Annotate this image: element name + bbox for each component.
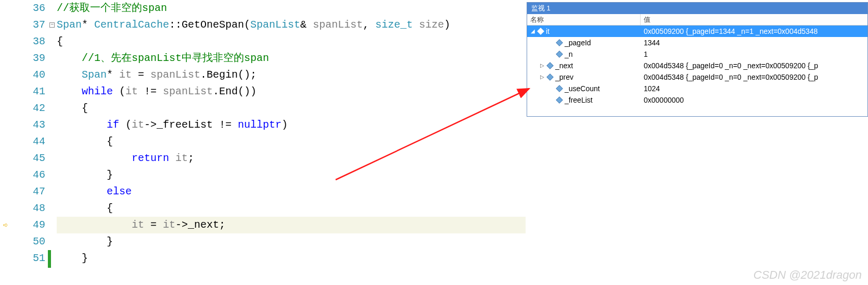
code-line[interactable]: Span* it = spanList.Begin(); <box>57 67 526 83</box>
variable-name: it <box>546 26 550 37</box>
line-number: 39 <box>0 50 45 67</box>
watch-row[interactable]: ▷_next0x004d5348 {_pageId=0 _n=0 _next=0… <box>527 60 867 71</box>
variable-icon <box>546 73 554 81</box>
watch-row-name: ▷_next <box>527 60 641 71</box>
code-line[interactable]: //1、先在spanList中寻找非空的span <box>57 50 526 67</box>
line-number: 42 <box>0 100 45 117</box>
variable-icon <box>556 39 563 46</box>
code-editor[interactable]: 36373839404142434445464748495051 − //获取一… <box>0 0 526 285</box>
variable-name: _next <box>555 60 573 71</box>
code-line[interactable]: while (it != spanList.End()) <box>57 83 526 100</box>
watch-panel[interactable]: 监视 1 名称 值 ◢it0x00509200 {_pageId=1344 _n… <box>527 2 868 117</box>
expand-icon[interactable]: ▷ <box>540 63 545 68</box>
line-number: 51 <box>0 250 45 267</box>
line-number: 44 <box>0 133 45 150</box>
expand-icon[interactable]: ◢ <box>530 29 535 34</box>
watch-header-row: 名称 值 <box>527 14 867 26</box>
watch-row[interactable]: ◢it0x00509200 {_pageId=1344 _n=1 _next=0… <box>527 26 867 37</box>
watch-row-value: 0x004d5348 {_pageId=0 _n=0 _next=0x00509… <box>641 71 867 83</box>
watch-row[interactable]: _useCount1024 <box>527 83 867 94</box>
watch-row[interactable]: _freeList0x00000000 <box>527 94 867 106</box>
watch-row-value: 1 <box>641 48 867 60</box>
code-line[interactable]: } <box>57 167 526 183</box>
watch-row-value: 1344 <box>641 37 867 48</box>
line-number: 37 <box>0 17 45 33</box>
variable-name: _pageId <box>565 37 591 48</box>
code-line[interactable]: { <box>57 200 526 217</box>
variable-name: _n <box>565 48 573 60</box>
code-line[interactable]: if (it->_freeList != nullptr) <box>57 117 526 133</box>
code-area[interactable]: //获取一个非空的spanSpan* CentralCache::GetOneS… <box>57 0 526 285</box>
watch-row-name: ▷_prev <box>527 71 641 83</box>
code-line[interactable]: return it; <box>57 150 526 167</box>
code-line[interactable]: } <box>57 233 526 250</box>
line-number: 41 <box>0 83 45 100</box>
code-line[interactable]: { <box>57 100 526 117</box>
variable-icon <box>537 28 544 35</box>
line-number: 48 <box>0 200 45 217</box>
code-line[interactable]: Span* CentralCache::GetOneSpan(SpanList&… <box>57 17 526 33</box>
watch-row-value: 0x004d5348 {_pageId=0 _n=0 _next=0x00509… <box>641 60 867 71</box>
expand-icon <box>549 40 554 45</box>
watch-row-name: _freeList <box>527 94 641 106</box>
line-number: 46 <box>0 167 45 183</box>
line-number-gutter: 36373839404142434445464748495051 <box>0 0 49 285</box>
watch-row-value: 1024 <box>641 83 867 94</box>
variable-icon <box>556 51 563 58</box>
watch-row-name: ◢it <box>527 26 641 37</box>
code-line[interactable]: else <box>57 183 526 200</box>
watch-row-name: _n <box>527 48 641 60</box>
line-number: 43 <box>0 117 45 133</box>
watch-panel-title: 监视 1 <box>527 3 867 14</box>
code-line[interactable]: } <box>57 250 526 267</box>
watch-row[interactable]: ▷_prev0x004d5348 {_pageId=0 _n=0 _next=0… <box>527 71 867 83</box>
line-number: 36 <box>0 0 45 17</box>
modified-indicator <box>48 250 51 268</box>
collapse-margin: − <box>49 0 57 285</box>
variable-icon <box>556 85 563 92</box>
code-line[interactable]: { <box>57 33 526 50</box>
line-number: 50 <box>0 233 45 250</box>
watermark: CSDN @2021dragon <box>754 268 862 282</box>
collapse-toggle-icon[interactable]: − <box>49 22 55 28</box>
expand-icon <box>549 86 554 91</box>
watch-header-name[interactable]: 名称 <box>527 14 641 25</box>
code-line[interactable]: { <box>57 133 526 150</box>
code-line[interactable]: //获取一个非空的span <box>57 0 526 17</box>
expand-icon[interactable]: ▷ <box>540 75 545 80</box>
watch-row-name: _pageId <box>527 37 641 48</box>
variable-name: _freeList <box>565 94 593 106</box>
line-number: 45 <box>0 150 45 167</box>
watch-row-value: 0x00509200 {_pageId=1344 _n=1 _next=0x00… <box>641 26 867 37</box>
variable-name: _prev <box>555 71 573 83</box>
variable-icon <box>546 62 554 69</box>
variable-icon <box>556 96 563 104</box>
expand-icon <box>549 97 554 103</box>
line-number: 47 <box>0 183 45 200</box>
watch-row[interactable]: _n1 <box>527 48 867 60</box>
current-line-arrow: ➪ <box>3 220 8 230</box>
line-number: 40 <box>0 67 45 83</box>
watch-row-name: _useCount <box>527 83 641 94</box>
line-number: 38 <box>0 33 45 50</box>
watch-body[interactable]: ◢it0x00509200 {_pageId=1344 _n=1 _next=0… <box>527 26 867 106</box>
variable-name: _useCount <box>565 83 600 94</box>
watch-row-value: 0x00000000 <box>641 94 867 106</box>
code-line[interactable]: it = it->_next; <box>57 217 526 233</box>
watch-row[interactable]: _pageId1344 <box>527 37 867 48</box>
watch-header-value[interactable]: 值 <box>641 14 867 25</box>
expand-icon <box>549 52 554 57</box>
